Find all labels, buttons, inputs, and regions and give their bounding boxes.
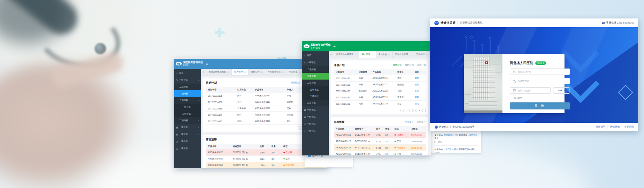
login-card: 河北省人民医院 演示专用	[464, 54, 565, 113]
background-pointing-finger	[49, 50, 126, 90]
home-icon: ⌂	[176, 72, 179, 74]
content-area: 请领计划 领用计划 预约计划 高值计划 计划单号订货科室产品名称申请人操作 20	[329, 58, 431, 155]
sidebar-item-home[interactable]: ⌂首页	[174, 69, 201, 77]
captcha-input[interactable]	[517, 89, 548, 92]
link-highvalue-plan[interactable]: 高值计划	[417, 64, 426, 67]
sidebar-item-nav2[interactable]: 二级导航	[174, 84, 201, 90]
team-link[interactable]: 凤凰精英小分队	[444, 134, 458, 136]
sidebar-item-nav1[interactable]: ◎一级导航	[302, 121, 329, 128]
sidebar-item-nav1[interactable]: △一级导航	[174, 145, 201, 152]
sidebar-item-nav3[interactable]: 三级导航	[174, 104, 201, 110]
tab-cert-warning[interactable]: 资质证件效期预警⊙	[334, 51, 359, 58]
link-product-stock[interactable]: 产品库存	[405, 121, 414, 124]
page-2[interactable]: 2	[409, 109, 413, 112]
demo-badge: 演示专用	[535, 61, 546, 65]
remember-checkbox[interactable]	[510, 97, 512, 99]
page-prev[interactable]: ‹	[400, 109, 404, 112]
sidebar-item-nav1[interactable]: ✎一级导航∧	[174, 77, 201, 84]
chevron-down-icon: ∨	[325, 102, 327, 104]
chevron-up-icon: ∧	[325, 82, 327, 84]
user-icon	[513, 70, 515, 73]
link-faq[interactable]: 常见问题	[624, 125, 634, 129]
app-title: 医院物资管理系统	[311, 43, 331, 46]
sidebar-item-nav3[interactable]: 三级导航	[302, 93, 329, 100]
activity-item: 朱老师 在 凤凰精英小分队 新建项目 5月日常小需求 5 小时前	[434, 132, 478, 146]
sidebar-item-nav3[interactable]: 三级导航	[302, 86, 329, 93]
triangle-icon: △	[176, 147, 179, 150]
page-4[interactable]: 4	[418, 109, 421, 112]
menu-toggle-icon[interactable]: ≡	[333, 44, 335, 48]
chevron-up-icon: ∧	[198, 99, 199, 101]
tab-marker-icon: ⊙	[282, 71, 284, 73]
app-subtitle: 管理端	[183, 64, 189, 66]
page-1[interactable]: 1	[405, 109, 408, 112]
table-row: 20171001A189耳鼻喉科ABS床头柜0118王刚查看	[334, 88, 426, 94]
app-subtitle: 临床科室端	[311, 47, 320, 49]
link-reserve-plan[interactable]: 预约计划	[405, 64, 414, 67]
home-icon: ⌂	[304, 54, 307, 57]
tab-category[interactable]: 产品分类设置⊙	[265, 69, 286, 75]
password-field[interactable]	[510, 78, 570, 84]
link-highvalue-stock[interactable]: 高值库存	[417, 121, 426, 124]
list-icon: ▤	[176, 133, 179, 136]
sidebar-item-nav1[interactable]: ▦一级导航∨	[174, 124, 201, 131]
captcha-field[interactable]	[510, 87, 551, 94]
sidebar-item-nav2-active[interactable]: 二级导航	[174, 90, 201, 97]
collapse-tabs-icon[interactable]: «	[201, 69, 206, 75]
captcha-question[interactable]: 6+8=?	[553, 87, 570, 94]
link-requisition-plan[interactable]: 领用计划	[393, 64, 401, 67]
service-phone: ☎客服电话 0311-83056390	[602, 21, 634, 25]
remember-password[interactable]: 记住密码	[510, 96, 570, 99]
login-button[interactable]: 登 录	[510, 102, 570, 109]
sidebar-item-nav1[interactable]: ✎一级导航∧	[302, 59, 329, 66]
tab-outbound[interactable]: 产品出库⊙	[286, 69, 303, 75]
status-dot	[394, 134, 396, 136]
view-link[interactable]: 查看	[413, 82, 426, 88]
username-input[interactable]	[517, 70, 567, 73]
tab-outbound[interactable]: 产品出库⊙	[414, 51, 431, 58]
page-prev[interactable]: ‹	[299, 126, 302, 130]
sidebar-item-nav2[interactable]: 二级导航∨	[302, 100, 329, 106]
view-link[interactable]: 查看	[413, 88, 426, 94]
background-hand	[0, 60, 138, 188]
menu-toggle-icon[interactable]: ≡	[206, 62, 208, 66]
tab-marker-icon: ⊙	[261, 71, 263, 73]
username-field[interactable]	[510, 68, 570, 75]
tab-notice[interactable]: 通知公告⊙	[376, 51, 393, 58]
sidebar-item-nav1[interactable]: ◎一级导航	[174, 138, 201, 145]
link-requisition-plan[interactable]: 领用计划	[291, 81, 300, 84]
tab-notice[interactable]: 通知公告⊙	[249, 69, 265, 75]
collapse-tabs-icon[interactable]: «	[329, 51, 334, 58]
page-next[interactable]: ›	[422, 109, 426, 112]
view-link[interactable]: 查看	[413, 75, 426, 82]
brand-logo-icon	[435, 126, 438, 129]
sidebar-item-nav1[interactable]: △一级导航	[302, 128, 329, 135]
password-input[interactable]	[517, 80, 567, 83]
tab-cert-warning[interactable]: 资质证件效期预警⊙	[206, 69, 232, 75]
view-link[interactable]: 查看	[413, 101, 426, 107]
view-link[interactable]: 查看	[413, 94, 426, 101]
chevron-up-icon: ∧	[325, 62, 327, 64]
status-dot	[394, 153, 396, 155]
tab-user-management[interactable]: 用户管理⊙	[232, 69, 249, 75]
phone-icon: ☎	[602, 21, 605, 25]
sidebar-item-nav1[interactable]: ▤一级导航∨	[174, 131, 201, 138]
table-row: 20171001A186内科ABS床头柜0116李现查看	[334, 75, 426, 82]
link-operation-guide[interactable]: 操作说明	[596, 125, 605, 129]
project-link[interactable]: 5 月日常小需求	[444, 148, 458, 150]
sidebar-item-nav2[interactable]: 二级导航	[302, 66, 329, 73]
sidebar-item-nav2[interactable]: 二级导航∧	[174, 97, 201, 104]
tab-user-management[interactable]: 用户管理⊙	[359, 51, 376, 58]
sidebar-item-home[interactable]: ⌂首页	[302, 52, 329, 59]
sidebar-item-nav2-active[interactable]: 二级导航	[302, 73, 329, 80]
sidebar-item-nav1[interactable]: ▦一级导航∨	[302, 106, 329, 113]
sidebar-item-nav2[interactable]: 二级导航∧	[302, 80, 329, 86]
page-3[interactable]: 3	[414, 109, 417, 112]
sidebar-item-nav2[interactable]: 二级导航∨	[174, 117, 201, 124]
link-key-driver[interactable]: 密钥驱动	[610, 125, 620, 129]
sidebar-item-nav1[interactable]: ▤一级导航∨	[302, 113, 329, 121]
stock-card-title: 库存预警	[334, 120, 401, 124]
tab-category[interactable]: 产品分类设置⊙	[393, 51, 414, 58]
sidebar-item-nav3[interactable]: 三级导航	[174, 110, 201, 117]
login-form: 河北省人民医院 演示专用	[502, 54, 577, 113]
